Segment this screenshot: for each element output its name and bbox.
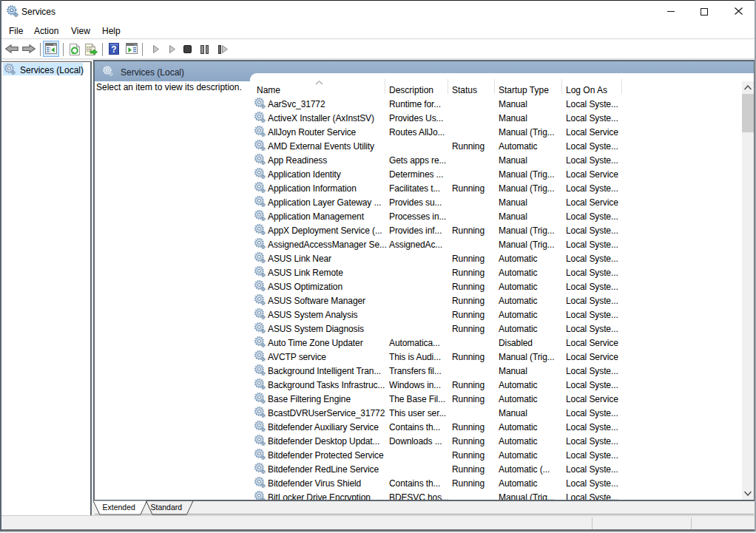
svg-text:?: ? [111, 44, 116, 55]
